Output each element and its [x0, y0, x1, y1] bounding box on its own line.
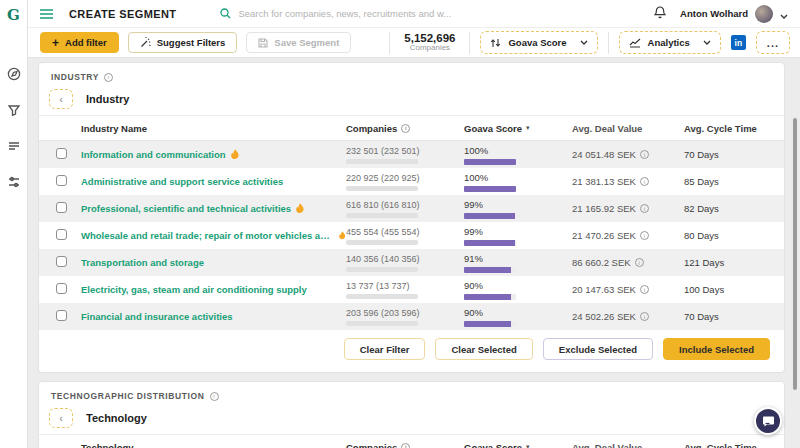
- row-checkbox[interactable]: [56, 310, 67, 321]
- save-segment-button[interactable]: Save Segment: [246, 32, 351, 53]
- info-icon[interactable]: i: [640, 231, 649, 240]
- score-value: 99%: [464, 199, 572, 210]
- info-icon[interactable]: i: [640, 204, 649, 213]
- goava-logo[interactable]: G: [7, 6, 20, 24]
- col-technology: Technology: [81, 442, 346, 448]
- score-bar: [464, 267, 516, 273]
- row-checkbox[interactable]: [56, 256, 67, 267]
- search-input[interactable]: [238, 8, 468, 19]
- chevron-down-icon: [780, 5, 788, 23]
- suggest-filters-button[interactable]: Suggest Filters: [128, 32, 238, 53]
- table-row: Professional, scientific and technical a…: [39, 195, 784, 222]
- score-value: 99%: [464, 226, 572, 237]
- linkedin-icon[interactable]: in: [731, 35, 746, 50]
- table-row: Financial and insurance activities 203 5…: [39, 303, 784, 330]
- companies-value: 232 501 (232 501): [346, 146, 464, 156]
- companies-bar: [346, 321, 418, 326]
- user-menu[interactable]: Anton Wolhard: [680, 5, 788, 23]
- score-bar-fill: [464, 267, 511, 273]
- info-icon[interactable]: i: [210, 392, 219, 401]
- search-icon: [220, 8, 231, 19]
- chevron-down-icon: [580, 40, 588, 45]
- industry-name-link[interactable]: Electricity, gas, steam and air conditio…: [81, 284, 307, 295]
- user-name: Anton Wolhard: [680, 8, 748, 19]
- collapse-button[interactable]: ‹: [49, 89, 73, 109]
- fire-icon: [339, 230, 346, 241]
- industry-name-link[interactable]: Transportation and storage: [81, 257, 204, 268]
- clear-selected-button[interactable]: Clear Selected: [435, 338, 532, 360]
- add-filter-button[interactable]: + Add filter: [40, 32, 119, 53]
- filter-icon[interactable]: [6, 102, 22, 118]
- industry-table-header: Industry Name Companies i Goava Score ▾: [39, 115, 784, 141]
- chevron-down-icon: [703, 40, 711, 45]
- companies-value: 220 925 (220 925): [346, 173, 464, 183]
- sort-desc-icon: ▾: [526, 124, 530, 132]
- companies-count-block: 5,152,696 Companies: [400, 32, 459, 53]
- industry-table-body: Information and communication 232 501 (2…: [39, 141, 784, 330]
- industry-name-link[interactable]: Information and communication: [81, 149, 226, 160]
- clear-filter-button[interactable]: Clear Filter: [344, 338, 426, 360]
- deal-value: 21 470.26 SEK: [572, 230, 636, 241]
- info-icon[interactable]: i: [104, 73, 113, 82]
- notifications-bell-icon[interactable]: [654, 5, 666, 23]
- info-icon[interactable]: i: [640, 177, 649, 186]
- divider: [608, 32, 609, 54]
- sort-icon: [490, 38, 501, 48]
- row-checkbox[interactable]: [56, 283, 67, 294]
- score-value: 90%: [464, 307, 572, 318]
- row-checkbox[interactable]: [56, 202, 67, 213]
- more-options-button[interactable]: ...: [756, 31, 790, 54]
- global-search: [220, 8, 468, 19]
- technology-table-header: Technology Companies i Goava Score ▾ A: [39, 434, 784, 448]
- companies-value: 140 356 (140 356): [346, 254, 464, 264]
- score-bar-fill: [464, 321, 511, 327]
- plus-icon: +: [52, 37, 59, 49]
- industry-name-link[interactable]: Administrative and support service activ…: [81, 176, 283, 187]
- score-value: 100%: [464, 172, 572, 183]
- info-icon[interactable]: i: [401, 443, 410, 448]
- col-goava-score[interactable]: Goava Score ▾: [464, 123, 572, 134]
- line-chart-icon: [629, 38, 641, 48]
- col-companies: Companies: [346, 123, 397, 134]
- collapse-button[interactable]: ‹: [49, 408, 73, 428]
- deal-value: 24 051.48 SEK: [572, 149, 636, 160]
- cycle-value: 100 Days: [684, 284, 784, 295]
- deal-value: 20 147.63 SEK: [572, 284, 636, 295]
- info-icon[interactable]: i: [640, 150, 649, 159]
- analytics-dropdown[interactable]: Analytics: [619, 31, 721, 54]
- avatar: [755, 5, 773, 23]
- include-selected-button[interactable]: Include Selected: [663, 338, 770, 360]
- col-goava-score[interactable]: Goava Score ▾: [464, 442, 572, 448]
- sliders-icon[interactable]: [6, 174, 22, 190]
- row-checkbox[interactable]: [56, 229, 67, 240]
- menu-icon[interactable]: [40, 5, 53, 23]
- info-icon[interactable]: i: [640, 285, 649, 294]
- info-icon[interactable]: i: [640, 312, 649, 321]
- col-avg-cycle-time: Avg. Cycle Time: [684, 442, 784, 448]
- info-icon[interactable]: i: [635, 258, 644, 267]
- industry-name-link[interactable]: Professional, scientific and technical a…: [81, 203, 291, 214]
- fire-icon: [231, 149, 240, 160]
- deal-value: 86 660.2 SEK: [572, 257, 631, 268]
- row-checkbox[interactable]: [56, 148, 67, 159]
- table-row: Transportation and storage 140 356 (140 …: [39, 249, 784, 276]
- magic-wand-icon: [140, 37, 151, 48]
- scrollbar[interactable]: [793, 118, 797, 390]
- cycle-value: 85 Days: [684, 176, 784, 187]
- industry-title: Industry: [86, 93, 129, 105]
- exclude-selected-button[interactable]: Exclude Selected: [543, 338, 653, 360]
- row-checkbox[interactable]: [56, 175, 67, 186]
- info-icon[interactable]: i: [401, 124, 410, 133]
- industry-name-link[interactable]: Financial and insurance activities: [81, 311, 233, 322]
- sidebar: G: [0, 0, 28, 448]
- deal-value: 21 381.13 SEK: [572, 176, 636, 187]
- fire-icon: [296, 203, 305, 214]
- deal-value: 21 165.92 SEK: [572, 203, 636, 214]
- goava-score-dropdown[interactable]: Goava Score: [480, 31, 597, 54]
- industry-name-link[interactable]: Wholesale and retail trade; repair of mo…: [81, 230, 334, 241]
- chat-widget-button[interactable]: [754, 407, 782, 435]
- list-icon[interactable]: [6, 138, 22, 154]
- explore-icon[interactable]: [6, 66, 22, 82]
- technographic-section-label: TECHNOGRAPHIC DISTRIBUTION: [51, 391, 205, 401]
- score-bar: [464, 186, 516, 192]
